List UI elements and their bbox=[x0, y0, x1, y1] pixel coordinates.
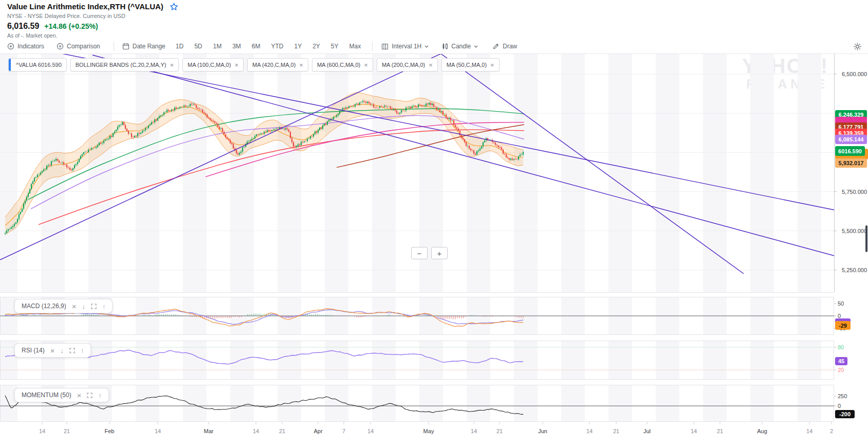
range-button-5d[interactable]: 5D bbox=[194, 43, 202, 50]
last-price: 6,016.59 bbox=[7, 22, 39, 31]
move-up-icon[interactable]: ↑ bbox=[102, 303, 106, 310]
close-icon[interactable]: × bbox=[490, 62, 494, 68]
week-stripe bbox=[656, 341, 679, 380]
toolbar-divider bbox=[114, 42, 114, 51]
week-stripe bbox=[750, 341, 774, 380]
chevron-down-icon bbox=[424, 45, 429, 48]
legend-tag[interactable]: MA (420,C,MA,0)× bbox=[247, 58, 308, 72]
range-button-max[interactable]: Max bbox=[349, 43, 361, 50]
close-icon[interactable]: × bbox=[170, 62, 174, 68]
close-icon[interactable]: × bbox=[299, 62, 303, 68]
panel-label: MACD (12,26,9) bbox=[22, 302, 66, 310]
week-stripe bbox=[88, 54, 112, 292]
week-stripe bbox=[798, 54, 821, 292]
zoom-controls: − + bbox=[411, 247, 448, 259]
close-icon[interactable]: × bbox=[364, 62, 368, 68]
x-axis-label: 14 bbox=[691, 428, 697, 434]
close-icon[interactable]: × bbox=[72, 302, 77, 310]
macd-panel-pill: MACD (12,26,9)×↓↑ bbox=[14, 299, 113, 313]
chart-toolbar: Indicators Comparison Date Range 1D5D1M3… bbox=[0, 39, 868, 54]
week-stripe bbox=[750, 54, 774, 292]
selected-series-bar bbox=[9, 59, 11, 71]
date-range-button[interactable]: Date Range bbox=[122, 43, 165, 50]
star-icon[interactable] bbox=[170, 3, 178, 11]
week-stripe bbox=[136, 54, 159, 292]
price-badge-label: 6,085.144 bbox=[839, 136, 864, 143]
legend-tag-label: MA (200,C,MA,0) bbox=[382, 62, 425, 68]
legend-tag[interactable]: MA (100,C,MA,0)× bbox=[182, 58, 244, 72]
scrollbar-thumb[interactable] bbox=[865, 225, 867, 252]
comparison-label: Comparison bbox=[67, 43, 100, 50]
expand-icon[interactable] bbox=[69, 348, 75, 353]
x-axis-label: Aug bbox=[757, 428, 767, 434]
move-down-icon[interactable]: ↓ bbox=[82, 303, 85, 310]
range-button-ytd[interactable]: YTD bbox=[271, 43, 283, 50]
range-button-3m[interactable]: 3M bbox=[232, 43, 241, 50]
price-change: +14.86 (+0.25%) bbox=[44, 22, 98, 30]
gear-icon[interactable] bbox=[853, 42, 862, 53]
week-stripe bbox=[561, 341, 585, 380]
legend-tag[interactable]: MA (600,C,MA,0)× bbox=[312, 58, 373, 72]
chart-type-label: Candle bbox=[451, 43, 471, 50]
chart-type-dropdown[interactable]: Candle bbox=[442, 43, 478, 50]
week-stripe bbox=[750, 385, 774, 422]
expand-icon[interactable] bbox=[91, 304, 97, 309]
momentum-axis-label: 0 bbox=[838, 403, 841, 409]
range-button-5y[interactable]: 5Y bbox=[331, 43, 339, 50]
legend-tag[interactable]: MA (200,C,MA,0)× bbox=[377, 58, 438, 72]
move-up-icon[interactable]: ↑ bbox=[98, 392, 102, 399]
week-stripe bbox=[514, 385, 538, 422]
range-button-1y[interactable]: 1Y bbox=[294, 43, 302, 50]
rsi-axis-label: 20 bbox=[838, 367, 844, 373]
close-icon[interactable]: × bbox=[77, 391, 82, 399]
zoom-out-button[interactable]: − bbox=[411, 247, 428, 259]
x-axis-label: Apr bbox=[313, 428, 322, 434]
week-stripe bbox=[325, 385, 348, 422]
close-icon[interactable]: × bbox=[234, 62, 238, 68]
x-axis-label: 2 bbox=[830, 428, 833, 434]
week-stripe bbox=[703, 54, 727, 292]
move-up-icon[interactable]: ↑ bbox=[81, 347, 84, 354]
week-stripe bbox=[561, 385, 585, 422]
pencil-icon bbox=[492, 43, 500, 50]
range-button-6m[interactable]: 6M bbox=[252, 43, 261, 50]
indicators-button[interactable]: Indicators bbox=[7, 43, 44, 50]
x-axis-label: 14 bbox=[471, 428, 477, 434]
plus-circle-icon bbox=[7, 43, 14, 50]
zoom-in-button[interactable]: + bbox=[431, 247, 448, 259]
week-stripe bbox=[467, 54, 490, 292]
legend-tag[interactable]: MA (50,C,MA,0)× bbox=[441, 58, 500, 72]
calendar-icon bbox=[122, 43, 130, 50]
page-title: Value Line Arithmetic Index,RTH (^VALUA) bbox=[7, 2, 163, 11]
legend-tag-label: MA (100,C,MA,0) bbox=[188, 62, 231, 68]
draw-label: Draw bbox=[503, 43, 517, 50]
price-badge-label: 6016.590 bbox=[838, 148, 862, 154]
panel-label: RSI (14) bbox=[22, 347, 45, 354]
legend-tag-label: MA (600,C,MA,0) bbox=[317, 62, 360, 68]
week-stripe bbox=[183, 341, 207, 380]
week-stripe bbox=[0, 54, 17, 292]
x-axis-label: Jun bbox=[538, 428, 547, 434]
comparison-button[interactable]: Comparison bbox=[57, 43, 100, 50]
week-stripe bbox=[608, 341, 632, 380]
week-stripe bbox=[230, 341, 254, 380]
range-button-2y[interactable]: 2Y bbox=[312, 43, 320, 50]
close-icon[interactable]: × bbox=[50, 347, 55, 354]
x-axis-label: 14 bbox=[155, 428, 161, 434]
interval-dropdown[interactable]: Interval 1H bbox=[381, 43, 429, 50]
range-button-1d[interactable]: 1D bbox=[176, 43, 183, 50]
legend-tag[interactable]: BOLLINGER BANDS (C,20,2,MA,Y)× bbox=[70, 58, 179, 72]
week-stripe bbox=[230, 385, 254, 422]
expand-icon[interactable] bbox=[87, 393, 93, 398]
interval-label: Interval 1H bbox=[392, 43, 421, 50]
x-axis-label: 21 bbox=[496, 428, 503, 434]
y-axis-label: 5,500.000 bbox=[842, 228, 867, 234]
draw-button[interactable]: Draw bbox=[492, 43, 517, 50]
close-icon[interactable]: × bbox=[429, 62, 433, 68]
move-down-icon[interactable]: ↓ bbox=[60, 347, 64, 354]
x-axis-label: Feb bbox=[105, 428, 115, 434]
legend-tag[interactable]: ^VALUA 6016.590 bbox=[8, 58, 67, 72]
range-button-1m[interactable]: 1M bbox=[213, 43, 221, 50]
week-stripe bbox=[372, 385, 396, 422]
week-stripe bbox=[136, 341, 159, 380]
